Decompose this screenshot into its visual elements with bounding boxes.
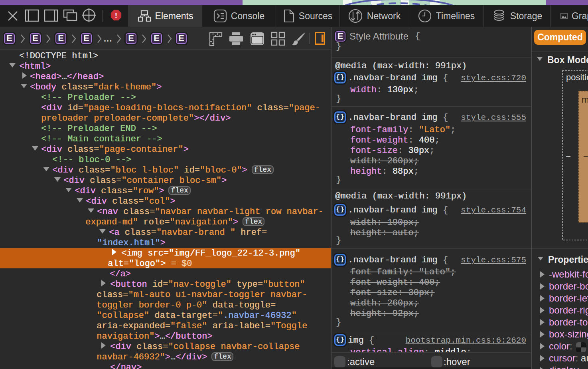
svg-text:!: !: [115, 11, 117, 20]
